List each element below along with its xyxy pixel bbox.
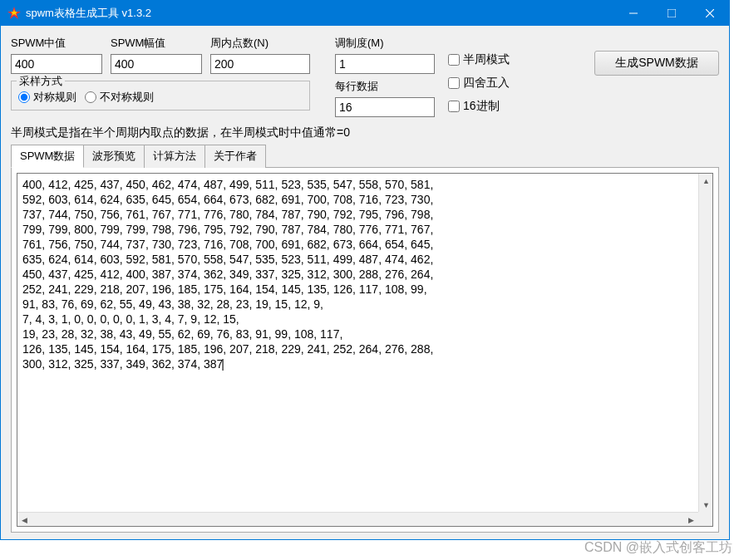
amp-label: SPWM幅值 [111,36,202,51]
scroll-down-icon[interactable]: ▼ [699,498,713,512]
radio-asymmetric[interactable]: 不对称规则 [85,90,154,105]
maximize-button[interactable] [653,1,691,26]
scroll-up-icon[interactable]: ▲ [699,174,713,188]
scrollbar-vertical[interactable]: ▲ ▼ [698,174,712,512]
tab-waveform[interactable]: 波形预览 [83,145,145,168]
amp-input[interactable] [111,54,202,74]
mid-input[interactable] [11,54,102,74]
sampling-fieldset: 采样方式 对称规则 不对称规则 [11,81,310,111]
scroll-right-icon[interactable]: ▶ [684,513,698,527]
check-hex-input[interactable] [448,101,460,112]
app-icon [7,7,21,20]
spwm-output[interactable]: 400, 412, 425, 437, 450, 462, 474, 487, … [17,174,698,512]
tab-about[interactable]: 关于作者 [204,145,266,168]
close-button[interactable] [691,1,729,26]
tab-calc[interactable]: 计算方法 [144,145,205,168]
mid-label: SPWM中值 [11,36,102,51]
app-window: spwm表格生成工具 v1.3.2 SPWM中值 SPWM幅值 [0,0,730,540]
minimize-button[interactable] [614,1,653,26]
radio-asymmetric-input[interactable] [85,91,96,103]
m-label: 调制度(M) [335,36,435,51]
tab-spwm-data[interactable]: SPWM数据 [11,145,84,168]
perline-input[interactable] [335,97,435,117]
check-half-input[interactable] [448,54,460,66]
svg-rect-3 [668,9,676,17]
radio-symmetric-input[interactable] [18,91,30,103]
check-hex[interactable]: 16进制 [448,99,510,114]
output-wrap: 400, 412, 425, 437, 450, 462, 474, 487, … [17,173,713,527]
tab-content: 400, 412, 425, 437, 450, 462, 474, 487, … [11,168,719,533]
scroll-left-icon[interactable]: ◀ [17,513,32,527]
titlebar: spwm表格生成工具 v1.3.2 [1,1,729,26]
tab-bar: SPWM数据 波形预览 计算方法 关于作者 [11,144,719,168]
watermark: CSDN @嵌入式创客工坊 [584,539,732,557]
n-label: 周内点数(N) [210,36,310,51]
window-title: spwm表格生成工具 v1.3.2 [26,6,151,21]
n-input[interactable] [210,54,310,74]
generate-button[interactable]: 生成SPWM数据 [594,51,719,76]
hint-text: 半周模式是指在半个周期内取点的数据，在半周模式时中值通常=0 [11,125,719,140]
m-input[interactable] [335,54,435,74]
sampling-legend: 采样方式 [17,74,65,89]
check-half[interactable]: 半周模式 [448,52,510,67]
scroll-corner [698,512,712,526]
scrollbar-horizontal[interactable]: ◀ ▶ [17,512,698,526]
check-round-input[interactable] [448,77,460,89]
perline-label: 每行数据 [335,79,435,94]
check-round[interactable]: 四舍五入 [448,76,510,91]
radio-symmetric[interactable]: 对称规则 [18,90,76,105]
